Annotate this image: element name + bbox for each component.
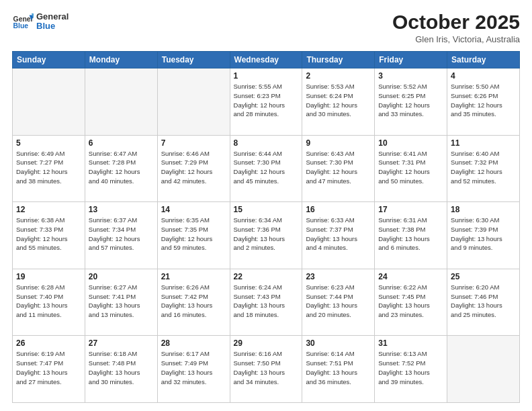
day-info: Sunrise: 6:34 AM Sunset: 7:36 PM Dayligh… (234, 216, 299, 253)
calendar-header-tuesday: Tuesday (157, 52, 230, 68)
calendar-cell (157, 68, 230, 136)
day-info: Sunrise: 6:43 AM Sunset: 7:30 PM Dayligh… (306, 149, 371, 186)
calendar-cell: 21Sunrise: 6:26 AM Sunset: 7:42 PM Dayli… (157, 269, 230, 336)
day-info: Sunrise: 6:28 AM Sunset: 7:40 PM Dayligh… (16, 283, 81, 320)
calendar-cell: 23Sunrise: 6:23 AM Sunset: 7:44 PM Dayli… (302, 269, 375, 336)
day-number: 25 (451, 272, 516, 281)
calendar-week-row: 1Sunrise: 5:55 AM Sunset: 6:23 PM Daylig… (13, 68, 520, 136)
calendar-header-friday: Friday (375, 52, 447, 68)
calendar-week-row: 5Sunrise: 6:49 AM Sunset: 7:27 PM Daylig… (13, 135, 520, 202)
day-number: 7 (161, 138, 226, 148)
day-number: 11 (451, 138, 516, 148)
day-info: Sunrise: 5:52 AM Sunset: 6:25 PM Dayligh… (378, 82, 443, 119)
day-number: 28 (161, 338, 226, 348)
calendar-cell: 13Sunrise: 6:37 AM Sunset: 7:34 PM Dayli… (85, 202, 157, 269)
day-number: 12 (16, 205, 81, 214)
calendar-header-saturday: Saturday (447, 52, 520, 68)
calendar-cell: 1Sunrise: 5:55 AM Sunset: 6:23 PM Daylig… (230, 68, 302, 136)
calendar-week-row: 12Sunrise: 6:38 AM Sunset: 7:33 PM Dayli… (13, 202, 520, 269)
calendar-header-sunday: Sunday (13, 52, 85, 68)
day-info: Sunrise: 6:17 AM Sunset: 7:49 PM Dayligh… (161, 349, 226, 386)
calendar-cell: 29Sunrise: 6:16 AM Sunset: 7:50 PM Dayli… (230, 336, 302, 403)
day-info: Sunrise: 6:20 AM Sunset: 7:46 PM Dayligh… (451, 283, 516, 320)
day-info: Sunrise: 6:40 AM Sunset: 7:32 PM Dayligh… (451, 149, 516, 186)
calendar-header-monday: Monday (85, 52, 157, 68)
day-number: 3 (378, 71, 443, 81)
day-info: Sunrise: 6:46 AM Sunset: 7:29 PM Dayligh… (161, 149, 226, 186)
day-info: Sunrise: 6:23 AM Sunset: 7:44 PM Dayligh… (306, 283, 371, 320)
day-number: 19 (16, 272, 81, 281)
day-info: Sunrise: 6:26 AM Sunset: 7:42 PM Dayligh… (161, 283, 226, 320)
day-info: Sunrise: 6:30 AM Sunset: 7:39 PM Dayligh… (451, 216, 516, 253)
calendar-cell: 16Sunrise: 6:33 AM Sunset: 7:37 PM Dayli… (302, 202, 375, 269)
calendar-cell: 5Sunrise: 6:49 AM Sunset: 7:27 PM Daylig… (13, 135, 85, 202)
day-number: 8 (234, 138, 299, 148)
day-info: Sunrise: 6:33 AM Sunset: 7:37 PM Dayligh… (306, 216, 371, 253)
calendar-cell: 17Sunrise: 6:31 AM Sunset: 7:38 PM Dayli… (375, 202, 447, 269)
calendar-cell: 15Sunrise: 6:34 AM Sunset: 7:36 PM Dayli… (230, 202, 302, 269)
day-info: Sunrise: 6:24 AM Sunset: 7:43 PM Dayligh… (234, 283, 299, 320)
calendar-week-row: 19Sunrise: 6:28 AM Sunset: 7:40 PM Dayli… (13, 269, 520, 336)
calendar-cell: 27Sunrise: 6:18 AM Sunset: 7:48 PM Dayli… (85, 336, 157, 403)
day-number: 13 (89, 205, 154, 214)
day-number: 14 (161, 205, 226, 214)
logo-icon: General Blue (12, 11, 34, 32)
calendar-cell: 4Sunrise: 5:50 AM Sunset: 6:26 PM Daylig… (447, 68, 520, 136)
calendar-cell: 3Sunrise: 5:52 AM Sunset: 6:25 PM Daylig… (375, 68, 447, 136)
page-header: General Blue General Blue October 2025 G… (12, 11, 520, 44)
calendar-cell: 22Sunrise: 6:24 AM Sunset: 7:43 PM Dayli… (230, 269, 302, 336)
calendar-cell: 7Sunrise: 6:46 AM Sunset: 7:29 PM Daylig… (157, 135, 230, 202)
day-info: Sunrise: 5:53 AM Sunset: 6:24 PM Dayligh… (306, 82, 371, 119)
day-info: Sunrise: 5:55 AM Sunset: 6:23 PM Dayligh… (234, 82, 299, 119)
day-info: Sunrise: 6:27 AM Sunset: 7:41 PM Dayligh… (89, 283, 154, 320)
calendar-cell (447, 336, 520, 403)
day-number: 20 (89, 272, 154, 281)
day-info: Sunrise: 6:37 AM Sunset: 7:34 PM Dayligh… (89, 216, 154, 253)
calendar-week-row: 26Sunrise: 6:19 AM Sunset: 7:47 PM Dayli… (13, 336, 520, 403)
logo-blue-text: Blue (36, 21, 69, 31)
calendar-header-row: SundayMondayTuesdayWednesdayThursdayFrid… (13, 52, 520, 68)
calendar-cell: 28Sunrise: 6:17 AM Sunset: 7:49 PM Dayli… (157, 336, 230, 403)
day-number: 29 (234, 338, 299, 348)
calendar-cell: 11Sunrise: 6:40 AM Sunset: 7:32 PM Dayli… (447, 135, 520, 202)
calendar-cell: 6Sunrise: 6:47 AM Sunset: 7:28 PM Daylig… (85, 135, 157, 202)
calendar-cell: 31Sunrise: 6:13 AM Sunset: 7:52 PM Dayli… (375, 336, 447, 403)
day-number: 9 (306, 138, 371, 148)
day-info: Sunrise: 6:13 AM Sunset: 7:52 PM Dayligh… (378, 349, 443, 386)
title-block: October 2025 Glen Iris, Victoria, Austra… (392, 11, 520, 44)
day-number: 5 (16, 138, 81, 148)
day-info: Sunrise: 6:47 AM Sunset: 7:28 PM Dayligh… (89, 149, 154, 186)
day-number: 15 (234, 205, 299, 214)
calendar-cell: 19Sunrise: 6:28 AM Sunset: 7:40 PM Dayli… (13, 269, 85, 336)
calendar-cell: 10Sunrise: 6:41 AM Sunset: 7:31 PM Dayli… (375, 135, 447, 202)
day-number: 18 (451, 205, 516, 214)
calendar-cell: 12Sunrise: 6:38 AM Sunset: 7:33 PM Dayli… (13, 202, 85, 269)
day-number: 17 (378, 205, 443, 214)
day-info: Sunrise: 5:50 AM Sunset: 6:26 PM Dayligh… (451, 82, 516, 119)
day-number: 1 (234, 71, 299, 81)
calendar-cell: 2Sunrise: 5:53 AM Sunset: 6:24 PM Daylig… (302, 68, 375, 136)
day-number: 24 (378, 272, 443, 281)
calendar-cell: 8Sunrise: 6:44 AM Sunset: 7:30 PM Daylig… (230, 135, 302, 202)
day-number: 22 (234, 272, 299, 281)
logo-general-text: General (36, 12, 69, 21)
day-number: 31 (378, 338, 443, 348)
day-info: Sunrise: 6:14 AM Sunset: 7:51 PM Dayligh… (306, 349, 371, 386)
day-number: 21 (161, 272, 226, 281)
day-number: 16 (306, 205, 371, 214)
day-info: Sunrise: 6:38 AM Sunset: 7:33 PM Dayligh… (16, 216, 81, 253)
calendar-cell: 20Sunrise: 6:27 AM Sunset: 7:41 PM Dayli… (85, 269, 157, 336)
calendar-cell: 9Sunrise: 6:43 AM Sunset: 7:30 PM Daylig… (302, 135, 375, 202)
calendar-header-wednesday: Wednesday (230, 52, 302, 68)
day-info: Sunrise: 6:16 AM Sunset: 7:50 PM Dayligh… (234, 349, 299, 386)
day-number: 30 (306, 338, 371, 348)
month-title: October 2025 (392, 11, 520, 33)
day-info: Sunrise: 6:18 AM Sunset: 7:48 PM Dayligh… (89, 349, 154, 386)
calendar-cell: 26Sunrise: 6:19 AM Sunset: 7:47 PM Dayli… (13, 336, 85, 403)
day-info: Sunrise: 6:35 AM Sunset: 7:35 PM Dayligh… (161, 216, 226, 253)
calendar-header-thursday: Thursday (302, 52, 375, 68)
day-number: 10 (378, 138, 443, 148)
svg-text:Blue: Blue (13, 22, 29, 30)
day-number: 26 (16, 338, 81, 348)
day-number: 23 (306, 272, 371, 281)
